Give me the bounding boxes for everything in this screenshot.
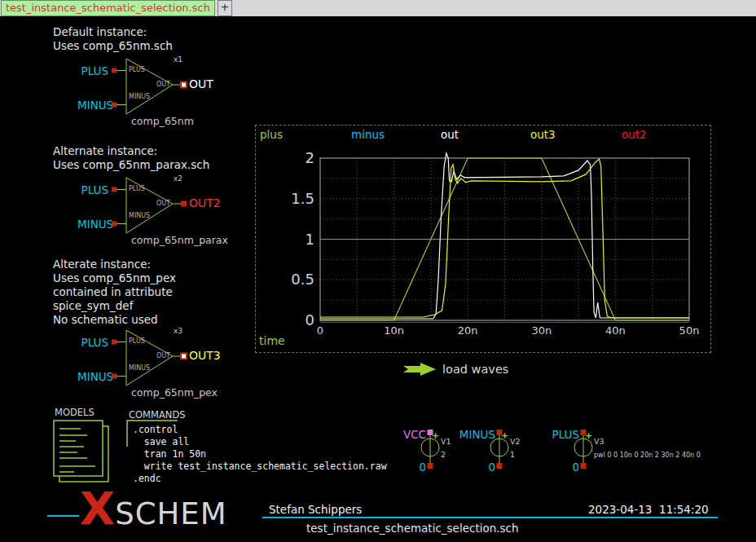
- gnd-label[interactable]: 0: [369, 460, 426, 474]
- gnd-label[interactable]: 0: [522, 460, 579, 474]
- x-tick-label: 40n: [595, 324, 635, 337]
- title-block-line: [47, 515, 79, 517]
- text-line: Uses comp_65nm_pex: [53, 271, 176, 284]
- legend-item-out2[interactable]: out2: [622, 128, 647, 141]
- pin-plus-square: [112, 187, 116, 192]
- gnd-label[interactable]: 0: [438, 460, 495, 474]
- load-waves-label: load waves: [442, 363, 508, 376]
- title-block-underline: [262, 517, 718, 518]
- text-line: Uses comp_65nm.sch: [53, 39, 173, 52]
- pin-out-square: [181, 82, 187, 88]
- wave-out3: [320, 159, 689, 318]
- y-tick-label: 0.5: [257, 271, 314, 288]
- pin-plus-square: [112, 68, 116, 73]
- symbol-name: comp_65nm: [131, 115, 194, 127]
- pin-name-minus: MINUS: [129, 212, 150, 219]
- legend-item-out3[interactable]: out3: [530, 128, 556, 141]
- instance3-description[interactable]: Alterate instance:Uses comp_65nm_pexcont…: [53, 258, 176, 327]
- pin-out-square: [181, 201, 187, 207]
- y-tick-label: 2: [257, 149, 314, 166]
- legend-item-out[interactable]: out: [441, 128, 459, 141]
- green-arrow-icon: [402, 362, 437, 377]
- text-line: Default instance:: [53, 25, 147, 38]
- text-line: Alterate instance:: [53, 258, 151, 271]
- plus-sign: +: [585, 430, 592, 441]
- net-label-plus[interactable]: PLUS: [77, 64, 108, 77]
- instance-ref: x1: [174, 55, 182, 64]
- text-line: Uses comp_65nm_parax.sch: [53, 158, 209, 171]
- x-tick-label: 10n: [374, 324, 415, 337]
- pin-bottom-square: [497, 463, 503, 469]
- net-label-vcc[interactable]: VCC: [369, 428, 426, 441]
- source-pwl-value: pwl 0 0 10n 0 20n 2 30n 2 40n 0: [594, 452, 701, 459]
- tab-active-schematic[interactable]: test_instance_schematic_selection.sch: [1, 0, 215, 16]
- source-ref: V2: [510, 437, 521, 446]
- net-label-out3[interactable]: OUT3: [189, 349, 221, 362]
- source-value: 1: [510, 450, 515, 459]
- x-tick-label: 0: [300, 324, 341, 337]
- plus-sign: +: [501, 430, 508, 441]
- comparator-instance-x3[interactable]: PLUS MINUS x3 PLUS MINUS OUT OUT3 comp_6…: [77, 324, 273, 402]
- net-label-plus[interactable]: PLUS: [77, 183, 108, 196]
- logo-text: SCHEM: [115, 499, 226, 529]
- pin-name-plus: PLUS: [129, 337, 145, 345]
- x-tick-label: 20n: [447, 324, 488, 337]
- instance1-description[interactable]: Default instance:Uses comp_65nm.sch: [53, 25, 173, 53]
- pin-minus-square: [112, 222, 116, 227]
- tab-bar: test_instance_schematic_selection.sch +: [0, 0, 756, 16]
- pin-bottom-square: [428, 463, 433, 469]
- net-label-minus[interactable]: MINUS: [77, 99, 108, 112]
- comparator-instance-x2[interactable]: PLUS MINUS x2 PLUS MINUS OUT OUT2 comp_6…: [77, 172, 273, 249]
- pin-name-out: OUT: [146, 352, 170, 359]
- y-tick-label: 1.5: [257, 190, 314, 207]
- models-label: MODELS: [55, 407, 94, 418]
- pin-name-plus: PLUS: [129, 185, 145, 192]
- pin-name-minus: MINUS: [129, 364, 150, 372]
- instance-ref: x2: [174, 174, 182, 183]
- load-waves-launcher[interactable]: load waves: [402, 362, 508, 377]
- new-tab-button[interactable]: +: [218, 0, 232, 16]
- pin-name-out: OUT: [146, 81, 170, 88]
- spice-commands-text[interactable]: .control save all tran 1n 50n write test…: [133, 424, 387, 485]
- net-label-out2[interactable]: OUT2: [189, 196, 221, 209]
- x-tick-label: 50n: [669, 324, 710, 337]
- voltage-source-v3[interactable]: PLUS + V3 pwl 0 0 10n 0 20n 2 30n 2 40n …: [522, 428, 653, 475]
- symbol-name: comp_65nm_parax: [131, 234, 228, 246]
- text-line: Alternate instance:: [53, 144, 157, 157]
- schematic-filename: test_instance_schematic_selection.sch: [306, 522, 519, 535]
- instance2-description[interactable]: Alternate instance:Uses comp_65nm_parax.…: [53, 144, 209, 172]
- symbol-name: comp_65nm_pex: [131, 386, 218, 399]
- net-label-plus[interactable]: PLUS: [77, 336, 108, 349]
- pin-name-out: OUT: [146, 200, 170, 207]
- net-label-minus[interactable]: MINUS: [77, 218, 108, 231]
- net-label-minus[interactable]: MINUS: [77, 370, 108, 383]
- pin-name-plus: PLUS: [129, 66, 145, 73]
- pin-plus-square: [112, 340, 116, 345]
- text-line: spice_sym_def: [53, 299, 133, 312]
- net-label-out[interactable]: OUT: [189, 77, 213, 90]
- author-name: Stefan Schippers: [269, 503, 362, 516]
- commands-label: COMMANDS: [129, 409, 186, 421]
- waveform-plot-area: [256, 126, 710, 352]
- x-axis-title: time: [259, 334, 285, 347]
- pin-name-minus: MINUS: [129, 93, 150, 100]
- timestamp: 2023-04-13 11:54:20: [588, 503, 709, 516]
- pin-bottom-square: [581, 463, 587, 469]
- models-document-icon[interactable]: [51, 418, 116, 485]
- xschem-logo: XSCHEM: [80, 487, 227, 530]
- logo-x-glyph: X: [80, 487, 115, 530]
- pin-minus-square: [112, 374, 116, 379]
- net-label-minus[interactable]: MINUS: [438, 428, 495, 441]
- pin-minus-square: [112, 103, 116, 108]
- comparator-instance-x1[interactable]: PLUS MINUS x1 PLUS MINUS OUT OUT comp_65…: [77, 53, 273, 130]
- x-tick-label: 30n: [521, 324, 562, 337]
- legend-item-minus[interactable]: minus: [351, 128, 385, 141]
- y-tick-label: 1: [257, 231, 314, 248]
- schematic-canvas[interactable]: Default instance:Uses comp_65nm.sch PLUS…: [0, 0, 756, 542]
- pin-out-square: [181, 354, 187, 359]
- source-ref: V3: [594, 437, 604, 446]
- net-label-plus[interactable]: PLUS: [522, 428, 579, 441]
- legend-item-plus[interactable]: plus: [260, 128, 283, 141]
- text-line: contained in attribute: [53, 285, 173, 298]
- waveform-graph[interactable]: time plusminusoutout3out200.511.52010n20…: [255, 125, 711, 353]
